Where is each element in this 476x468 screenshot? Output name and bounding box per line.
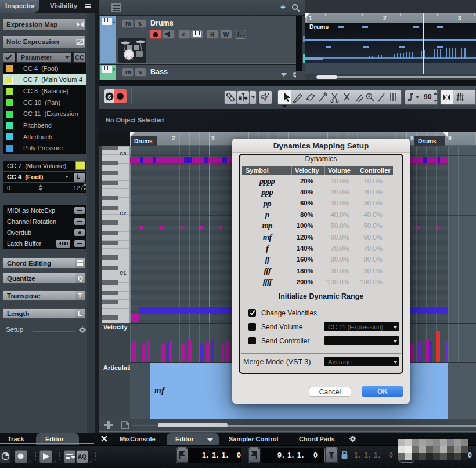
svg-text:S: S (107, 93, 111, 100)
